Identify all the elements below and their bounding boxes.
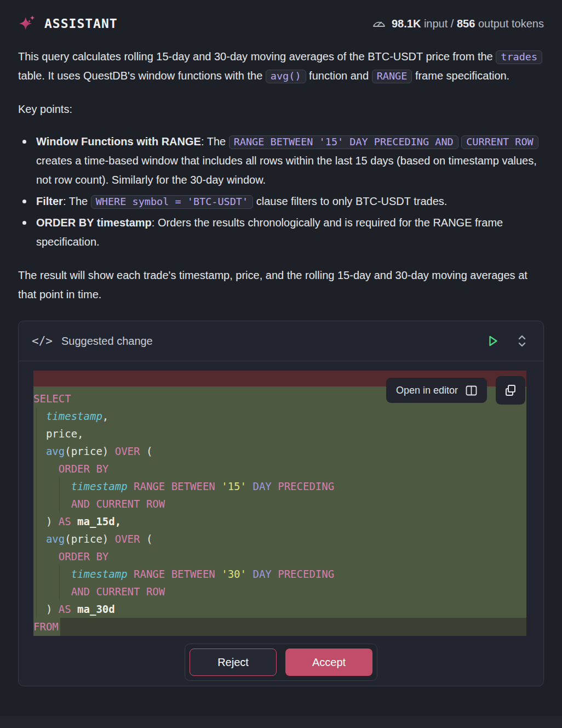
diff-added-region: SELECT timestamp, price, avg(price) OVER… <box>33 386 526 618</box>
accept-button[interactable]: Accept <box>285 649 372 676</box>
intro-paragraph: This query calculates rolling 15-day and… <box>18 47 544 86</box>
code-tag-icon: </> <box>32 334 53 348</box>
list-item: ORDER BY timestamp: Orders the results c… <box>18 213 544 252</box>
suggested-change-title: Suggested change <box>61 335 153 348</box>
inline-code-trades: trades <box>496 50 542 64</box>
inline-code-where: WHERE symbol = 'BTC-USDT' <box>91 195 253 209</box>
open-in-editor-button[interactable]: Open in editor <box>386 378 487 403</box>
inline-code-range: RANGE <box>372 70 412 83</box>
inline-code-current-row: CURRENT ROW <box>461 135 538 149</box>
collapse-expand-button[interactable] <box>514 331 530 351</box>
open-in-editor-label: Open in editor <box>396 385 458 396</box>
list-item: Window Functions with RANGE: The RANGE B… <box>18 132 544 190</box>
bullet-icon <box>22 221 26 225</box>
closing-paragraph: The result will show each trade's timest… <box>18 266 544 304</box>
copy-code-button[interactable] <box>496 376 525 405</box>
next-section-edge <box>0 716 562 728</box>
key-points-list: Window Functions with RANGE: The RANGE B… <box>18 132 544 252</box>
indent-guide <box>36 407 37 618</box>
sparkle-assistant-icon <box>18 14 37 33</box>
copy-icon <box>504 384 517 397</box>
key-points-heading: Key points: <box>18 100 544 119</box>
token-usage: 98.1K input / 856 output tokens <box>372 18 544 30</box>
intro-text-4: frame specification. <box>412 70 509 82</box>
code-current-line: FROM <box>33 618 526 636</box>
assistant-message-header: ASSISTANT 98.1K input / 856 output token… <box>0 0 562 33</box>
list-item: Filter: The WHERE symbol = 'BTC-USDT' cl… <box>18 192 544 211</box>
intro-text-2: table. It uses QuestDB's window function… <box>18 70 266 82</box>
suggested-change-panel: </> Suggested change <box>18 321 544 686</box>
bullet-window-functions: Window Functions with RANGE: The RANGE B… <box>36 132 544 190</box>
split-editor-icon <box>466 385 477 396</box>
indent-guide <box>59 477 60 513</box>
reject-button[interactable]: Reject <box>190 649 277 676</box>
assistant-role-title: ASSISTANT <box>44 16 118 31</box>
run-query-button[interactable] <box>484 332 502 350</box>
bullet-filter: Filter: The WHERE symbol = 'BTC-USDT' cl… <box>36 192 447 211</box>
suggested-change-header: </> Suggested change <box>19 321 543 361</box>
indent-guide <box>59 565 60 600</box>
intro-text-1: This query calculates rolling 15-day and… <box>18 50 496 62</box>
intro-text-3: function and <box>306 70 372 82</box>
gauge-icon <box>372 18 386 30</box>
code-lines: SELECT timestamp, price, avg(price) OVER… <box>33 390 526 618</box>
token-usage-text: 98.1K input / 856 output tokens <box>392 18 544 30</box>
inline-code-range-between: RANGE BETWEEN '15' DAY PRECEDING AND <box>229 135 458 149</box>
bullet-icon <box>22 200 26 203</box>
bullet-icon <box>22 140 26 144</box>
code-diff-viewer[interactable]: SELECT timestamp, price, avg(price) OVER… <box>33 371 526 636</box>
code-from-keyword: FROM <box>33 618 60 636</box>
play-icon <box>486 334 500 348</box>
bullet-order-by: ORDER BY timestamp: Orders the results c… <box>36 213 544 252</box>
inline-code-avg: avg() <box>266 70 306 83</box>
accept-reject-toolbar: Reject Accept <box>185 644 377 681</box>
chevron-up-down-icon <box>516 333 528 349</box>
